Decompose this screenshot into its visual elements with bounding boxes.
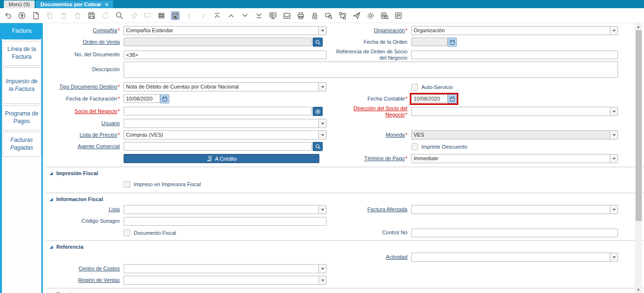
send-mail-button[interactable] — [352, 11, 361, 20]
agente-comercial-search-button[interactable] — [313, 142, 323, 151]
print-icon — [297, 12, 305, 20]
actividad-select[interactable] — [411, 253, 618, 262]
workflow-button[interactable] — [338, 11, 347, 20]
lista-select[interactable] — [124, 205, 327, 214]
find-button[interactable] — [115, 11, 124, 20]
region-de-ventas-label: Región de Ventas — [49, 277, 120, 283]
a-credito-button[interactable]: A Crédito — [124, 154, 319, 163]
chevron-down-icon[interactable] — [610, 205, 618, 214]
tipo-documento-destino-label: Tipo Documento Destino* — [49, 84, 120, 90]
lock-icon — [311, 12, 319, 20]
product-info-button[interactable] — [380, 11, 389, 20]
first-record-button[interactable] — [213, 11, 222, 20]
chevron-down-icon[interactable] — [610, 253, 618, 262]
sidebar-tab-programa-de-pagos[interactable]: Programa de Pagos — [2, 105, 41, 130]
previous-record-icon — [227, 12, 235, 20]
last-record-button[interactable] — [254, 11, 264, 20]
socio-del-negocio-lookup-button[interactable] — [313, 107, 323, 116]
calendar-button[interactable] — [171, 11, 180, 20]
sidebar-tab-impuesto-de-la-factura[interactable]: Impuesto de la Factura — [2, 67, 41, 104]
preferences-button[interactable] — [366, 11, 375, 20]
next-record-button[interactable] — [240, 11, 250, 20]
delete-selection-button — [73, 11, 82, 20]
save-button[interactable] — [87, 11, 96, 20]
chevron-down-icon[interactable] — [318, 26, 327, 35]
print-button[interactable] — [296, 11, 305, 20]
moneda-select[interactable]: VES — [411, 130, 618, 140]
scrollbar-thumb[interactable] — [636, 30, 642, 221]
chevron-down-icon[interactable] — [318, 205, 327, 214]
collapse-icon — [50, 198, 53, 201]
chevron-down-icon[interactable] — [318, 264, 327, 273]
control-no-input[interactable] — [411, 229, 618, 237]
region-de-ventas-select[interactable] — [124, 276, 327, 285]
direccion-socio-select[interactable] — [411, 107, 618, 116]
section-referencia[interactable]: Referencia — [49, 243, 644, 252]
tipo-documento-destino-select[interactable]: Nota de Débito de Cuentas por Cobrar Nac… — [124, 82, 327, 91]
tab-menu[interactable]: Menú (9) — [4, 0, 35, 8]
lock-button[interactable] — [310, 11, 319, 20]
factura-afectada-select[interactable] — [411, 205, 618, 214]
search-icon — [315, 39, 321, 45]
organizacion-select[interactable]: Organización — [411, 26, 618, 35]
orden-de-venta-input — [124, 38, 312, 46]
impreso-impresora-fiscal-checkbox[interactable] — [124, 181, 130, 188]
referencia-orden-input[interactable] — [411, 51, 618, 59]
descripcion-textarea[interactable] — [124, 62, 618, 78]
auto-servicio-checkbox[interactable] — [411, 84, 418, 90]
log-viewer-icon — [394, 12, 403, 20]
chevron-down-icon[interactable] — [610, 154, 618, 163]
fecha-contable-input[interactable] — [411, 94, 448, 103]
calendar-icon — [449, 96, 455, 102]
tab-documentos-por-cobrar[interactable]: Documentos por Cobrar × — [36, 0, 113, 8]
help-icon — [18, 12, 26, 20]
usuario-select[interactable] — [124, 119, 327, 128]
section-separator — [46, 240, 644, 241]
fecha-de-facturacion-input[interactable] — [124, 94, 160, 103]
previous-record-button[interactable] — [227, 11, 236, 20]
close-tab-icon[interactable]: × — [105, 2, 108, 7]
fecha-contable-calendar-button[interactable] — [448, 94, 457, 103]
archive-button[interactable] — [282, 11, 291, 20]
termino-de-pago-select[interactable]: Immediate — [411, 154, 618, 163]
scroll-down-icon[interactable]: ▼ — [635, 286, 642, 293]
chevron-down-icon[interactable] — [318, 276, 327, 285]
no-del-documento-input[interactable] — [124, 51, 327, 59]
new-record-button[interactable] — [31, 11, 40, 20]
fecha-de-la-orden-calendar-button[interactable] — [448, 38, 457, 47]
report-button[interactable] — [268, 11, 278, 20]
sidebar-tab-linea-de-la-factura[interactable]: Línea de la Factura — [2, 41, 41, 66]
socio-del-negocio-input[interactable] — [124, 107, 312, 115]
log-viewer-button[interactable] — [394, 11, 403, 20]
section-impresion-fiscal[interactable]: Impresión Fiscal — [49, 169, 644, 178]
sidebar-tab-factura[interactable]: Factura — [2, 23, 41, 39]
orden-de-venta-search-button[interactable] — [313, 38, 323, 47]
centro-de-costos-select[interactable] — [124, 264, 327, 273]
last-record-icon — [255, 12, 263, 20]
chevron-down-icon[interactable] — [610, 26, 618, 35]
toggle-grid-button[interactable] — [157, 11, 166, 20]
help-button[interactable] — [17, 11, 26, 20]
zoom-across-button[interactable] — [324, 11, 333, 20]
section-estado[interactable]: Estado — [49, 291, 644, 293]
sidebar-tab-facturas-pagadas[interactable]: Facturas Pagadas — [2, 132, 41, 157]
chevron-down-icon[interactable] — [610, 130, 618, 140]
section-informacion-fiscal[interactable]: Informacion Fiscal — [49, 195, 644, 204]
chevron-down-icon[interactable] — [318, 119, 327, 128]
lista-de-precios-select[interactable]: Compras (VES) — [124, 130, 327, 140]
chevron-down-icon[interactable] — [318, 130, 327, 140]
undo-button[interactable] — [3, 11, 13, 20]
documento-fiscal-checkbox[interactable] — [124, 229, 130, 236]
codigo-sunagro-input[interactable] — [124, 217, 327, 226]
fecha-de-facturacion-calendar-button[interactable] — [160, 94, 169, 103]
imprimir-descuento-checkbox[interactable] — [411, 143, 418, 150]
vertical-scrollbar[interactable]: ▲ ▼ — [635, 23, 642, 293]
documento-fiscal-label: Documento Fiscal — [134, 230, 176, 236]
chevron-down-icon[interactable] — [610, 107, 618, 116]
agente-comercial-input[interactable] — [124, 142, 312, 151]
chevron-down-icon[interactable] — [318, 82, 327, 91]
detail-record-button — [199, 11, 208, 20]
compania-select[interactable]: Compañía Estándar — [124, 26, 327, 35]
scroll-up-icon[interactable]: ▲ — [635, 23, 642, 30]
undo-icon — [4, 12, 12, 20]
